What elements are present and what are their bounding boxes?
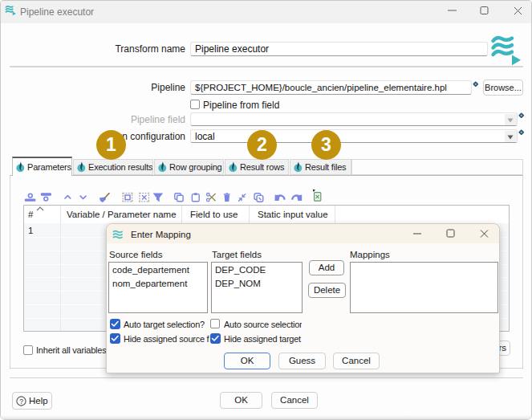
svg-text:?: ?	[19, 398, 23, 406]
